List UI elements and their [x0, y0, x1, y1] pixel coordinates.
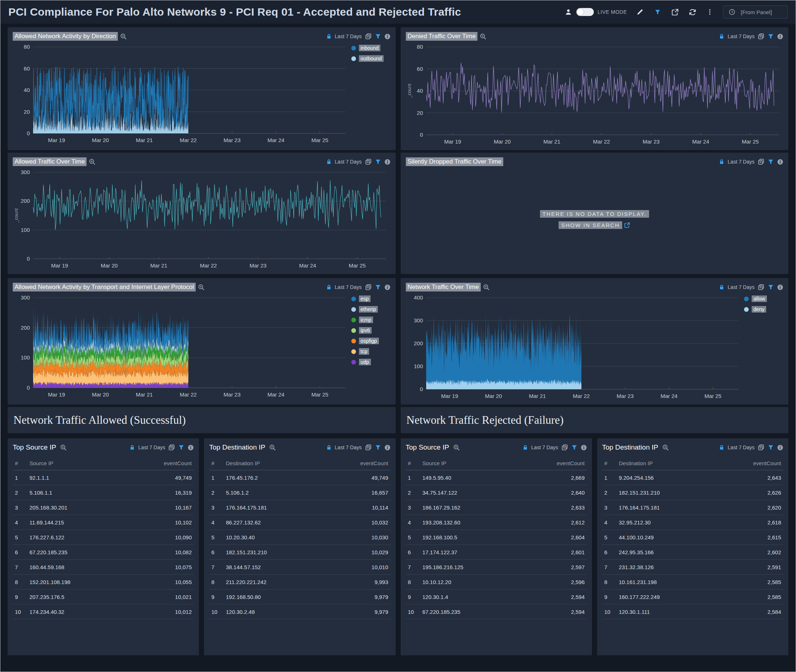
table-row[interactable]: 510.20.30.4010,030	[209, 530, 390, 545]
time-range-label[interactable]: Last 7 Days	[728, 159, 754, 165]
zoom-in-icon[interactable]	[662, 444, 669, 451]
legend-item[interactable]: inbound	[351, 45, 390, 51]
show-in-search-link[interactable]: SHOW IN SEARCH	[558, 221, 630, 229]
info-icon[interactable]	[777, 284, 783, 290]
info-icon[interactable]	[188, 445, 194, 451]
info-icon[interactable]	[384, 159, 390, 165]
time-range-label[interactable]: Last 7 Days	[728, 445, 754, 450]
table-row[interactable]: 6182.151.231.21010,029	[209, 545, 390, 560]
table-row[interactable]: 810.10.12.202,596	[406, 574, 587, 589]
allowed-over-time-chart[interactable]: 0100200300Mar 19Mar 20Mar 21Mar 22Mar 23…	[13, 167, 390, 272]
copy-icon[interactable]	[758, 444, 764, 451]
table-row[interactable]: 9160.177.222.2492,585	[602, 589, 783, 605]
legend-item[interactable]: icmp	[351, 317, 390, 323]
time-range-label[interactable]: Last 7 Days	[728, 284, 754, 290]
copy-icon[interactable]	[758, 284, 764, 290]
copy-icon[interactable]	[562, 444, 568, 451]
info-icon[interactable]	[777, 159, 783, 165]
table-row[interactable]: 10120.30.1.1112,584	[602, 605, 783, 619]
info-icon[interactable]	[384, 284, 390, 290]
time-range-label[interactable]: Last 7 Days	[335, 445, 362, 450]
legend-item[interactable]: ipv6	[351, 327, 390, 334]
table-row[interactable]: 10174.234.40.3210,012	[13, 605, 194, 619]
table-row[interactable]: 7160.44.59.16810,075	[13, 560, 194, 574]
copy-icon[interactable]	[365, 444, 372, 451]
table-row[interactable]: 192.1.1.149,749	[13, 470, 194, 485]
zoom-in-icon[interactable]	[483, 284, 490, 291]
legend-item[interactable]: esp	[351, 296, 390, 302]
edit-icon[interactable]	[636, 8, 644, 16]
table-row[interactable]: 486.227.132.6210,032	[209, 515, 390, 530]
table-row[interactable]: 1067.220.185.2352,594	[406, 605, 587, 619]
filter-icon[interactable]	[571, 445, 578, 451]
table-row[interactable]: 8152.201.108.19810,055	[13, 574, 194, 589]
table-row[interactable]: 6242.95.35.1662,602	[602, 545, 783, 560]
filter-icon[interactable]	[375, 284, 381, 290]
table-row[interactable]: 10120.30.2.489,979	[209, 605, 390, 619]
allowed-by-protocol-chart[interactable]: 0100200300Mar 19Mar 20Mar 21Mar 22Mar 23…	[13, 293, 350, 402]
filter-icon[interactable]	[375, 34, 381, 40]
time-range-label[interactable]: Last 7 Days	[728, 34, 754, 39]
table-row[interactable]: 1149.5.95.402,669	[406, 470, 587, 485]
legend-item[interactable]: tcp	[351, 348, 390, 355]
time-range-label[interactable]: Last 7 Days	[335, 284, 362, 290]
table-row[interactable]: 3176.164.175.18110,114	[209, 500, 390, 515]
live-mode-toggle[interactable]	[576, 8, 594, 16]
info-icon[interactable]	[384, 34, 390, 40]
info-icon[interactable]	[777, 445, 783, 451]
filter-icon[interactable]	[375, 445, 381, 451]
table-row[interactable]: 9120.30.1.42,594	[406, 589, 587, 605]
user-icon[interactable]	[564, 8, 573, 16]
table-row[interactable]: 667.220.185.23510,082	[13, 545, 194, 560]
table-row[interactable]: 432.95.212.302,618	[602, 515, 783, 530]
more-options-icon[interactable]	[705, 8, 714, 16]
zoom-in-icon[interactable]	[453, 444, 460, 451]
info-icon[interactable]	[384, 445, 390, 451]
info-icon[interactable]	[777, 34, 783, 40]
table-row[interactable]: 617.174.122.372,601	[406, 545, 587, 560]
zoom-in-icon[interactable]	[198, 284, 205, 291]
allowed-by-direction-chart[interactable]: 020406080Mar 19Mar 20Mar 21Mar 22Mar 23M…	[13, 42, 350, 148]
denied-over-time-chart[interactable]: 020406080Mar 19Mar 20Mar 21Mar 22Mar 23M…	[406, 42, 784, 148]
time-range-label[interactable]: Last 7 Days	[531, 445, 558, 450]
table-row[interactable]: 1176.45.176.249,749	[209, 470, 390, 485]
copy-icon[interactable]	[365, 158, 372, 165]
table-row[interactable]: 738.144.57.15210,010	[209, 560, 390, 574]
legend-item[interactable]: ospfigp	[351, 338, 390, 344]
table-row[interactable]: 3176.164.175.1812,620	[602, 500, 783, 515]
table-row[interactable]: 7231.32.38.1262,591	[602, 560, 783, 574]
copy-icon[interactable]	[758, 33, 764, 40]
time-range-input[interactable]: [From Panel]	[723, 5, 788, 19]
time-range-label[interactable]: Last 7 Days	[335, 159, 362, 165]
filter-icon[interactable]	[653, 8, 662, 16]
filter-icon[interactable]	[375, 159, 381, 165]
zoom-in-icon[interactable]	[269, 444, 276, 451]
network-traffic-over-time-chart[interactable]: 0100200300400Mar 19Mar 20Mar 21Mar 22Mar…	[406, 293, 743, 402]
table-row[interactable]: 411.69.144.21510,102	[13, 515, 194, 530]
legend-item[interactable]: etherip	[351, 306, 390, 312]
table-row[interactable]: 4193.208.132.602,612	[406, 515, 587, 530]
zoom-in-icon[interactable]	[480, 33, 486, 40]
refresh-icon[interactable]	[688, 8, 697, 16]
table-row[interactable]: 3186.167.29.1622,633	[406, 500, 587, 515]
legend-item[interactable]: outbound	[351, 55, 390, 62]
table-row[interactable]: 9207.235.176.510,021	[13, 589, 194, 605]
legend-item[interactable]: deny	[744, 306, 783, 312]
filter-icon[interactable]	[768, 284, 774, 290]
share-icon[interactable]	[671, 8, 679, 16]
zoom-in-icon[interactable]	[89, 158, 96, 165]
filter-icon[interactable]	[768, 159, 774, 165]
table-row[interactable]: 3205.168.30.20110,167	[13, 500, 194, 515]
time-range-label[interactable]: Last 7 Days	[138, 445, 165, 450]
zoom-in-icon[interactable]	[120, 33, 127, 40]
copy-icon[interactable]	[365, 284, 372, 290]
time-range-label[interactable]: Last 7 Days	[335, 34, 362, 39]
table-row[interactable]: 25.106.1.216,657	[209, 485, 390, 500]
copy-icon[interactable]	[169, 444, 175, 451]
table-row[interactable]: 5192.168.100.52,604	[406, 530, 587, 545]
table-row[interactable]: 8211.220.221.2429,993	[209, 574, 390, 589]
legend-item[interactable]: allow	[744, 296, 783, 302]
info-icon[interactable]	[581, 445, 587, 451]
copy-icon[interactable]	[758, 158, 764, 165]
filter-icon[interactable]	[178, 445, 185, 451]
